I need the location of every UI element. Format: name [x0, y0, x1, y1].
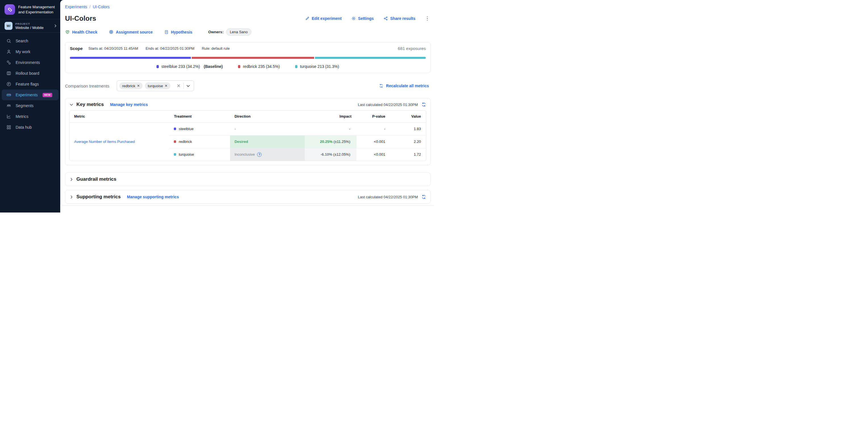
guardrail-metrics-title: Guardrail metrics: [76, 176, 117, 182]
hexagons-icon: [6, 60, 11, 65]
collapse-key-metrics-icon[interactable]: [69, 102, 73, 107]
project-avatar: W/: [4, 22, 12, 30]
sidebar-item-label: Search: [16, 39, 28, 43]
sidebar-item-data-hub[interactable]: Data hub: [2, 122, 59, 133]
sidebar-item-rollout-board[interactable]: Rollout board: [2, 68, 59, 79]
baseline-tag: (Baseline): [204, 64, 223, 69]
main-content: Experiments / UI-Colors UI-Colors Edit e…: [60, 0, 434, 206]
column-header-impact: Impact: [305, 111, 356, 122]
manage-supporting-metrics-link[interactable]: Manage supporting metrics: [127, 194, 179, 199]
impact-cell: -: [305, 122, 356, 135]
exposure-bar-segment-redbrick: [192, 57, 314, 59]
metric-cell: Average Number of Items Purchased: [70, 122, 169, 161]
page-title: UI-Colors: [65, 14, 96, 23]
health-check-link[interactable]: Health Check: [65, 30, 97, 34]
sidebar-item-label: Environments: [16, 60, 40, 65]
chart-line-icon: [6, 114, 11, 119]
table-row-steelblue: Average Number of Items Purchased steelb…: [70, 122, 426, 135]
scope-card: Scope Starts at: 04/20/2025 11:45AM Ends…: [65, 42, 431, 73]
owner-chip[interactable]: Lena Sano: [226, 28, 251, 35]
steelblue-swatch: [156, 65, 159, 68]
metric-link[interactable]: Average Number of Items Purchased: [74, 140, 135, 144]
ruler-icon: [6, 92, 11, 97]
owners-label: Owners:: [208, 30, 223, 34]
breadcrumb: Experiments / UI-Colors: [65, 4, 431, 9]
key-metrics-table: Metric Treatment Direction Impact P-valu…: [69, 110, 426, 161]
column-header-treatment: Treatment: [169, 111, 230, 122]
direction-cell: Inconclusive ?: [230, 148, 305, 161]
exposure-distribution-bar: [70, 57, 426, 59]
refresh-key-metrics-icon[interactable]: [421, 102, 426, 107]
project-label: PROJECT: [16, 22, 44, 25]
remove-turquoise-icon[interactable]: ✕: [165, 84, 167, 88]
gear-icon: [351, 16, 356, 21]
settings-button[interactable]: Settings: [351, 16, 374, 21]
sidebar-item-metrics[interactable]: Metrics: [2, 111, 59, 122]
chip-redbrick[interactable]: redbrick ✕: [119, 82, 143, 89]
refresh-icon: [379, 84, 383, 88]
redbrick-swatch: [174, 140, 176, 143]
sidebar-item-label: Feature flags: [16, 82, 39, 86]
guardrail-metrics-card: Guardrail metrics: [65, 173, 431, 186]
sidebar-item-my-work[interactable]: My work: [2, 46, 59, 57]
chip-turquoise[interactable]: turquoise ✕: [145, 82, 170, 89]
key-metrics-card: Key metrics Manage key metrics Last calc…: [65, 98, 431, 165]
value-cell: 1.72: [390, 148, 426, 161]
project-name: Website / Mobile: [16, 26, 44, 30]
clear-selection-icon[interactable]: ✕: [175, 83, 183, 89]
exposure-bar-segment-turquoise: [315, 57, 426, 59]
app-title: Feature Management and Experimentation: [18, 4, 55, 14]
value-cell: 1.83: [390, 122, 426, 135]
legend-item-turquoise: turquoise 213 (31.3%): [295, 64, 339, 69]
sidebar-item-label: Metrics: [16, 114, 28, 119]
exposure-legend: steelblue 233 (34.2%) (Baseline) redbric…: [70, 64, 426, 69]
impact-cell: 20.25% (±11.25%): [305, 135, 356, 148]
breadcrumb-current-link[interactable]: UI-Colors: [93, 4, 110, 9]
help-icon[interactable]: ?: [257, 152, 261, 157]
expand-supporting-metrics-icon[interactable]: [69, 195, 73, 199]
share-results-button[interactable]: Share results: [383, 16, 415, 21]
supporting-metrics-title: Supporting metrics: [76, 194, 121, 200]
project-switcher[interactable]: W/ PROJECT Website / Mobile: [0, 19, 60, 32]
expand-guardrail-metrics-icon[interactable]: [69, 177, 73, 182]
people-icon: [6, 103, 11, 108]
legend-item-steelblue: steelblue 233 (34.2%) (Baseline): [156, 64, 223, 69]
breadcrumb-experiments-link[interactable]: Experiments: [65, 4, 87, 9]
turquoise-swatch: [174, 153, 176, 156]
comparison-row: Comparison treatments redbrick ✕ turquoi…: [65, 81, 431, 91]
share-icon: [383, 16, 388, 21]
more-options-button[interactable]: [425, 15, 430, 22]
new-badge: NEW: [42, 93, 52, 97]
supporting-metrics-card: Supporting metrics Manage supporting met…: [65, 190, 431, 204]
sidebar-item-experiments[interactable]: Experiments NEW: [2, 90, 59, 100]
edit-experiment-button[interactable]: Edit experiment: [305, 16, 342, 21]
sidebar-item-environments[interactable]: Environments: [2, 57, 59, 68]
manage-key-metrics-link[interactable]: Manage key metrics: [110, 102, 148, 107]
sidebar-item-search[interactable]: Search: [2, 35, 59, 46]
exposures-count: 681 exposures: [398, 46, 426, 51]
legend-item-redbrick: redbrick 235 (34.5%): [238, 64, 280, 69]
scope-ends: Ends at: 04/22/2025 01:30PM: [146, 46, 194, 51]
redbrick-swatch: [238, 65, 240, 68]
experiment-meta-row: Health Check Assignment source Hypothesi…: [65, 28, 431, 35]
remove-redbrick-icon[interactable]: ✕: [137, 84, 140, 88]
recalculate-all-metrics-button[interactable]: Recalculate all metrics: [379, 84, 431, 88]
value-cell: 2.20: [390, 135, 426, 148]
chevron-down-icon[interactable]: [185, 84, 191, 88]
comparison-treatments-label: Comparison treatments: [65, 84, 110, 88]
columns-icon: [6, 71, 11, 76]
assignment-source-link[interactable]: Assignment source: [109, 30, 153, 34]
app-logo-block[interactable]: Feature Management and Experimentation: [0, 0, 60, 19]
refresh-supporting-metrics-icon[interactable]: [421, 194, 426, 200]
turquoise-swatch: [295, 65, 298, 68]
target-icon: [109, 30, 114, 34]
search-icon: [6, 38, 11, 43]
comparison-treatments-select[interactable]: redbrick ✕ turquoise ✕ ✕: [117, 81, 194, 91]
app-logo-icon: [4, 4, 15, 15]
sidebar-item-feature-flags[interactable]: Feature flags: [2, 79, 59, 90]
sidebar-item-segments[interactable]: Segments: [2, 100, 59, 111]
hypothesis-link[interactable]: Hypothesis: [164, 30, 192, 34]
key-metrics-title: Key metrics: [76, 102, 104, 108]
p-value-cell: -: [356, 122, 390, 135]
scope-starts: Starts at: 04/20/2025 11:45AM: [88, 46, 138, 51]
